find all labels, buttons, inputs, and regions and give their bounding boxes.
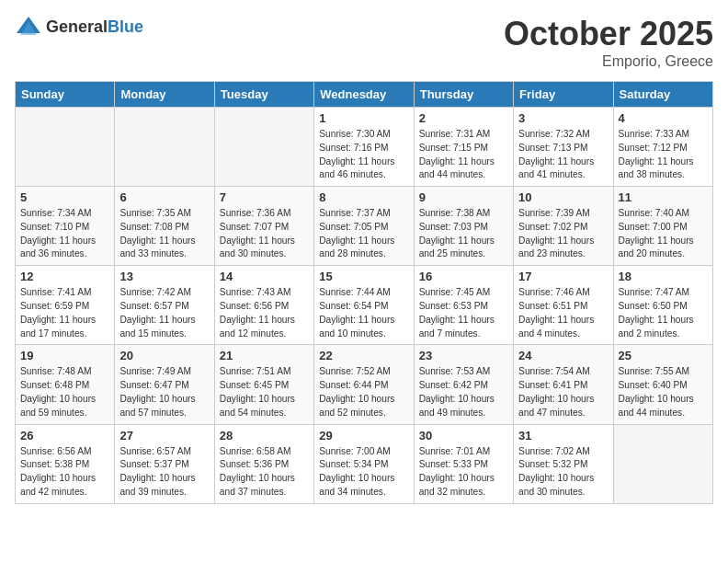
- day-details: Sunrise: 7:52 AM Sunset: 6:44 PM Dayligh…: [319, 365, 408, 419]
- calendar-cell: 2Sunrise: 7:31 AM Sunset: 7:15 PM Daylig…: [414, 108, 513, 187]
- logo-icon: [15, 15, 42, 39]
- calendar-cell: 19Sunrise: 7:48 AM Sunset: 6:48 PM Dayli…: [16, 345, 115, 424]
- day-details: Sunrise: 7:44 AM Sunset: 6:54 PM Dayligh…: [319, 286, 408, 340]
- day-details: Sunrise: 7:36 AM Sunset: 7:07 PM Dayligh…: [220, 207, 309, 261]
- day-details: Sunrise: 6:58 AM Sunset: 5:36 PM Dayligh…: [220, 445, 309, 500]
- calendar-cell: [214, 108, 313, 187]
- calendar-cell: 8Sunrise: 7:37 AM Sunset: 7:05 PM Daylig…: [314, 187, 414, 266]
- day-details: Sunrise: 7:48 AM Sunset: 6:48 PM Dayligh…: [20, 365, 109, 419]
- day-number: 2: [419, 111, 508, 125]
- day-number: 10: [518, 190, 608, 204]
- calendar-cell: 12Sunrise: 7:41 AM Sunset: 6:59 PM Dayli…: [16, 266, 115, 345]
- weekday-header-row: SundayMondayTuesdayWednesdayThursdayFrid…: [16, 82, 713, 108]
- calendar-cell: 4Sunrise: 7:33 AM Sunset: 7:12 PM Daylig…: [613, 108, 712, 187]
- day-number: 14: [220, 270, 309, 283]
- calendar-week-1: 1Sunrise: 7:30 AM Sunset: 7:16 PM Daylig…: [16, 108, 713, 187]
- day-number: 6: [119, 190, 209, 204]
- day-number: 28: [220, 429, 309, 442]
- calendar-cell: 29Sunrise: 7:00 AM Sunset: 5:34 PM Dayli…: [314, 424, 414, 503]
- calendar-week-4: 19Sunrise: 7:48 AM Sunset: 6:48 PM Dayli…: [16, 345, 713, 424]
- location: Emporio, Greece: [504, 53, 713, 70]
- calendar-cell: 20Sunrise: 7:49 AM Sunset: 6:47 PM Dayli…: [115, 345, 214, 424]
- calendar-cell: 17Sunrise: 7:46 AM Sunset: 6:51 PM Dayli…: [514, 266, 613, 345]
- calendar-cell: [16, 108, 115, 187]
- day-number: 16: [419, 270, 508, 283]
- day-number: 31: [518, 429, 608, 442]
- calendar-cell: 1Sunrise: 7:30 AM Sunset: 7:16 PM Daylig…: [314, 108, 414, 187]
- day-details: Sunrise: 7:31 AM Sunset: 7:15 PM Dayligh…: [419, 128, 508, 182]
- weekday-thursday: Thursday: [414, 82, 513, 108]
- calendar-cell: 30Sunrise: 7:01 AM Sunset: 5:33 PM Dayli…: [414, 424, 513, 503]
- day-details: Sunrise: 7:30 AM Sunset: 7:16 PM Dayligh…: [319, 128, 408, 182]
- day-number: 26: [20, 429, 109, 442]
- day-number: 22: [319, 349, 408, 362]
- weekday-friday: Friday: [514, 82, 613, 108]
- day-details: Sunrise: 7:35 AM Sunset: 7:08 PM Dayligh…: [119, 207, 209, 261]
- day-number: 18: [619, 270, 708, 283]
- calendar-week-5: 26Sunrise: 6:56 AM Sunset: 5:38 PM Dayli…: [16, 424, 713, 503]
- day-number: 9: [419, 190, 508, 204]
- calendar-cell: 23Sunrise: 7:53 AM Sunset: 6:42 PM Dayli…: [414, 345, 513, 424]
- day-details: Sunrise: 7:00 AM Sunset: 5:34 PM Dayligh…: [319, 445, 408, 500]
- calendar-cell: [613, 424, 712, 503]
- day-details: Sunrise: 7:40 AM Sunset: 7:00 PM Dayligh…: [619, 207, 708, 261]
- calendar-cell: 6Sunrise: 7:35 AM Sunset: 7:08 PM Daylig…: [115, 187, 214, 266]
- weekday-sunday: Sunday: [16, 82, 115, 108]
- day-number: 30: [419, 429, 508, 442]
- day-number: 25: [619, 349, 708, 362]
- weekday-saturday: Saturday: [613, 82, 712, 108]
- day-number: 27: [119, 429, 209, 442]
- calendar-cell: 9Sunrise: 7:38 AM Sunset: 7:03 PM Daylig…: [414, 187, 513, 266]
- day-details: Sunrise: 7:43 AM Sunset: 6:56 PM Dayligh…: [220, 286, 309, 340]
- title-block: October 2025 Emporio, Greece: [504, 15, 713, 70]
- calendar-week-2: 5Sunrise: 7:34 AM Sunset: 7:10 PM Daylig…: [16, 187, 713, 266]
- logo: GeneralBlue: [15, 15, 143, 39]
- calendar-cell: 31Sunrise: 7:02 AM Sunset: 5:32 PM Dayli…: [514, 424, 613, 503]
- day-number: 29: [319, 429, 408, 442]
- day-number: 12: [20, 270, 109, 283]
- day-number: 1: [319, 111, 408, 125]
- logo-blue: Blue: [108, 17, 143, 36]
- day-number: 11: [619, 190, 708, 204]
- day-number: 19: [20, 349, 109, 362]
- calendar-cell: 26Sunrise: 6:56 AM Sunset: 5:38 PM Dayli…: [16, 424, 115, 503]
- day-details: Sunrise: 7:51 AM Sunset: 6:45 PM Dayligh…: [220, 365, 309, 419]
- calendar-cell: 14Sunrise: 7:43 AM Sunset: 6:56 PM Dayli…: [214, 266, 313, 345]
- calendar-body: 1Sunrise: 7:30 AM Sunset: 7:16 PM Daylig…: [16, 108, 713, 504]
- day-details: Sunrise: 7:38 AM Sunset: 7:03 PM Dayligh…: [419, 207, 508, 261]
- day-number: 23: [419, 349, 508, 362]
- day-details: Sunrise: 7:32 AM Sunset: 7:13 PM Dayligh…: [518, 128, 608, 182]
- day-details: Sunrise: 7:39 AM Sunset: 7:02 PM Dayligh…: [518, 207, 608, 261]
- day-details: Sunrise: 7:33 AM Sunset: 7:12 PM Dayligh…: [619, 128, 708, 182]
- calendar-cell: 7Sunrise: 7:36 AM Sunset: 7:07 PM Daylig…: [214, 187, 313, 266]
- day-details: Sunrise: 7:02 AM Sunset: 5:32 PM Dayligh…: [518, 445, 608, 500]
- calendar-cell: 27Sunrise: 6:57 AM Sunset: 5:37 PM Dayli…: [115, 424, 214, 503]
- day-number: 20: [119, 349, 209, 362]
- weekday-monday: Monday: [115, 82, 214, 108]
- day-number: 15: [319, 270, 408, 283]
- day-details: Sunrise: 6:57 AM Sunset: 5:37 PM Dayligh…: [119, 445, 209, 500]
- day-details: Sunrise: 6:56 AM Sunset: 5:38 PM Dayligh…: [20, 445, 109, 500]
- day-number: 5: [20, 190, 109, 204]
- calendar-cell: 16Sunrise: 7:45 AM Sunset: 6:53 PM Dayli…: [414, 266, 513, 345]
- day-number: 7: [220, 190, 309, 204]
- day-details: Sunrise: 7:54 AM Sunset: 6:41 PM Dayligh…: [518, 365, 608, 419]
- calendar-cell: 28Sunrise: 6:58 AM Sunset: 5:36 PM Dayli…: [214, 424, 313, 503]
- month-title: October 2025: [504, 15, 713, 53]
- calendar-cell: 15Sunrise: 7:44 AM Sunset: 6:54 PM Dayli…: [314, 266, 414, 345]
- calendar-cell: [115, 108, 214, 187]
- day-number: 8: [319, 190, 408, 204]
- day-details: Sunrise: 7:34 AM Sunset: 7:10 PM Dayligh…: [20, 207, 109, 261]
- day-details: Sunrise: 7:42 AM Sunset: 6:57 PM Dayligh…: [119, 286, 209, 340]
- day-details: Sunrise: 7:37 AM Sunset: 7:05 PM Dayligh…: [319, 207, 408, 261]
- day-details: Sunrise: 7:47 AM Sunset: 6:50 PM Dayligh…: [619, 286, 708, 340]
- day-details: Sunrise: 7:45 AM Sunset: 6:53 PM Dayligh…: [419, 286, 508, 340]
- day-details: Sunrise: 7:41 AM Sunset: 6:59 PM Dayligh…: [20, 286, 109, 340]
- day-details: Sunrise: 7:53 AM Sunset: 6:42 PM Dayligh…: [419, 365, 508, 419]
- day-details: Sunrise: 7:49 AM Sunset: 6:47 PM Dayligh…: [119, 365, 209, 419]
- day-details: Sunrise: 7:55 AM Sunset: 6:40 PM Dayligh…: [619, 365, 708, 419]
- calendar-week-3: 12Sunrise: 7:41 AM Sunset: 6:59 PM Dayli…: [16, 266, 713, 345]
- day-number: 3: [518, 111, 608, 125]
- day-details: Sunrise: 7:46 AM Sunset: 6:51 PM Dayligh…: [518, 286, 608, 340]
- calendar-cell: 22Sunrise: 7:52 AM Sunset: 6:44 PM Dayli…: [314, 345, 414, 424]
